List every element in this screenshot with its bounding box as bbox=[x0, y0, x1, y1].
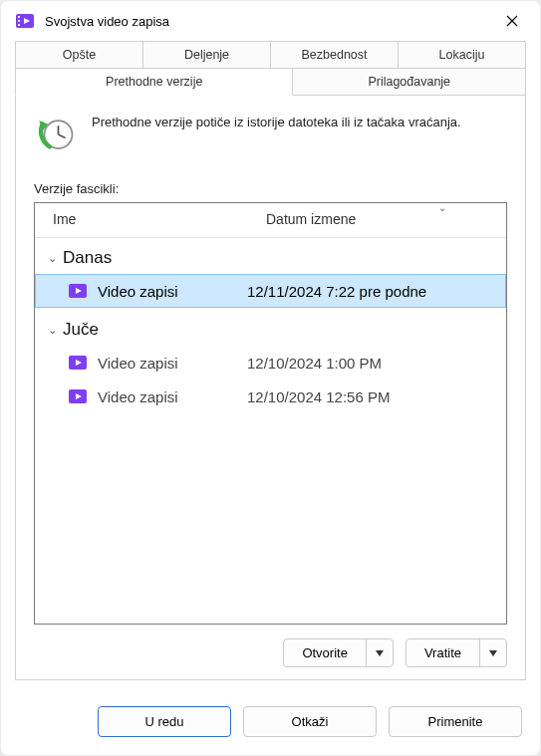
tab-label: Deljenje bbox=[184, 48, 229, 62]
tab-row-1: Opšte Deljenje Bezbednost Lokaciju bbox=[15, 41, 526, 69]
info-text: Prethodne verzije potiče iz istorije dat… bbox=[92, 114, 461, 132]
list-action-buttons: Otvorite Vratite bbox=[34, 638, 507, 667]
item-name: Video zapisi bbox=[98, 283, 237, 300]
svg-marker-15 bbox=[376, 650, 384, 656]
app-icon bbox=[15, 11, 35, 31]
group-today: ⌄ Danas Video zapisi 12/11/2024 7:22 pre… bbox=[35, 238, 506, 310]
button-label: U redu bbox=[144, 714, 183, 729]
group-header[interactable]: ⌄ Danas bbox=[35, 244, 506, 274]
video-folder-icon bbox=[68, 386, 88, 406]
list-item[interactable]: Video zapisi 12/10/2024 1:00 PM bbox=[35, 346, 506, 379]
item-name: Video zapisi bbox=[98, 355, 237, 372]
list-header: Ime Datum izmene ⌄ bbox=[35, 203, 506, 238]
tab-label: Opšte bbox=[63, 48, 96, 62]
item-date: 12/11/2024 7:22 pre podne bbox=[247, 283, 497, 300]
chevron-down-icon: ⌄ bbox=[438, 202, 446, 213]
close-button[interactable] bbox=[490, 5, 534, 37]
cancel-button[interactable]: Otkaži bbox=[243, 706, 377, 737]
chevron-down-icon: ⌄ bbox=[45, 252, 59, 265]
versions-label: Verzije fascikli: bbox=[34, 181, 507, 196]
item-name: Video zapisi bbox=[98, 388, 237, 405]
dialog-buttons: U redu Otkaži Primenite bbox=[1, 694, 540, 755]
list-item[interactable]: Video zapisi 12/10/2024 12:56 PM bbox=[35, 379, 506, 413]
svg-rect-1 bbox=[18, 16, 20, 18]
svg-rect-3 bbox=[18, 24, 20, 26]
info-row: Prethodne verzije potiče iz istorije dat… bbox=[34, 114, 507, 155]
versions-list[interactable]: Ime Datum izmene ⌄ ⌄ Danas Video zapisi bbox=[34, 202, 507, 625]
tab-label: Prilagođavanje bbox=[368, 75, 450, 89]
titlebar: Svojstva video zapisa bbox=[1, 1, 540, 41]
triangle-down-icon bbox=[488, 648, 498, 658]
window-title: Svojstva video zapisa bbox=[45, 14, 169, 29]
restore-button[interactable]: Vratite bbox=[406, 639, 479, 666]
svg-rect-2 bbox=[18, 20, 20, 22]
item-date: 12/10/2024 1:00 PM bbox=[247, 355, 497, 372]
column-name[interactable]: Ime bbox=[35, 203, 248, 237]
chevron-down-icon: ⌄ bbox=[45, 324, 59, 337]
restore-clock-icon bbox=[34, 114, 76, 155]
button-label: Otvorite bbox=[302, 645, 348, 660]
tab-previous-versions[interactable]: Prethodne verzije bbox=[15, 69, 293, 96]
column-label: Datum izmene bbox=[266, 211, 356, 227]
button-label: Vratite bbox=[424, 645, 461, 660]
properties-dialog: Svojstva video zapisa Opšte Deljenje Bez… bbox=[0, 0, 541, 756]
item-date: 12/10/2024 12:56 PM bbox=[247, 388, 497, 405]
apply-button[interactable]: Primenite bbox=[389, 706, 522, 737]
tab-label: Prethodne verzije bbox=[106, 75, 202, 89]
group-yesterday: ⌄ Juče Video zapisi 12/10/2024 1:00 PM V… bbox=[35, 310, 506, 415]
svg-marker-16 bbox=[489, 650, 497, 656]
group-title: Danas bbox=[63, 248, 112, 268]
open-split-button: Otvorite bbox=[283, 638, 394, 667]
tab-general[interactable]: Opšte bbox=[15, 41, 143, 69]
group-title: Juče bbox=[63, 320, 99, 340]
triangle-down-icon bbox=[375, 648, 385, 658]
tab-customize[interactable]: Prilagođavanje bbox=[293, 69, 526, 96]
open-dropdown-button[interactable] bbox=[366, 639, 393, 666]
restore-split-button: Vratite bbox=[406, 638, 507, 667]
column-date[interactable]: Datum izmene ⌄ bbox=[248, 203, 506, 237]
tab-security[interactable]: Bezbednost bbox=[271, 41, 399, 69]
tab-location[interactable]: Lokaciju bbox=[399, 41, 526, 69]
tab-content: Prethodne verzije potiče iz istorije dat… bbox=[15, 96, 526, 680]
column-label: Ime bbox=[53, 211, 76, 227]
button-label: Primenite bbox=[428, 714, 483, 729]
ok-button[interactable]: U redu bbox=[98, 706, 231, 737]
tab-label: Bezbednost bbox=[301, 48, 367, 62]
video-folder-icon bbox=[68, 353, 88, 373]
list-item[interactable]: Video zapisi 12/11/2024 7:22 pre podne bbox=[35, 274, 506, 308]
tab-label: Lokaciju bbox=[439, 48, 485, 62]
video-folder-icon bbox=[68, 281, 88, 301]
group-header[interactable]: ⌄ Juče bbox=[35, 316, 506, 346]
restore-dropdown-button[interactable] bbox=[479, 639, 506, 666]
tab-row-2: Prethodne verzije Prilagođavanje bbox=[15, 69, 526, 96]
tab-sharing[interactable]: Deljenje bbox=[143, 41, 271, 69]
button-label: Otkaži bbox=[292, 714, 329, 729]
open-button[interactable]: Otvorite bbox=[284, 639, 366, 666]
close-icon bbox=[506, 15, 518, 27]
